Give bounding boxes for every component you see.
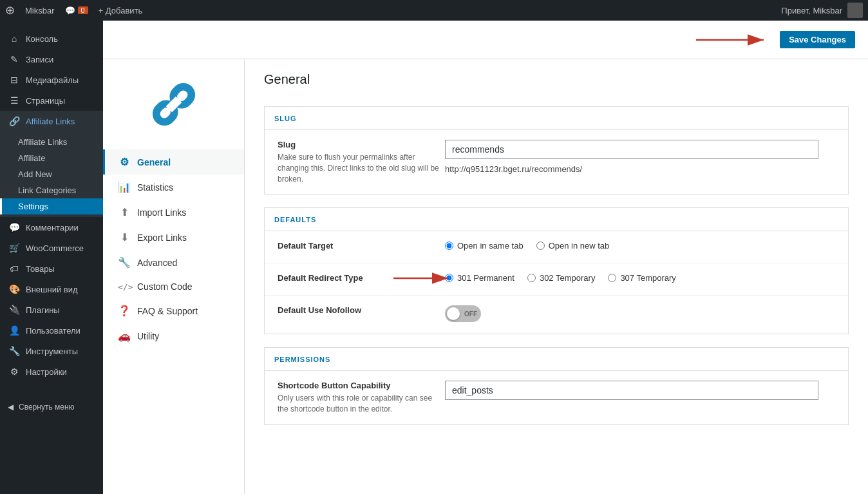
sidebar-item-woocommerce[interactable]: 🛒 WooCommerce <box>0 238 103 258</box>
plugin-nav-utility[interactable]: 🚗 Utility <box>103 323 244 348</box>
plugins-icon: 🔌 <box>8 305 21 315</box>
defaults-section-label: DEFAULTS <box>274 216 316 223</box>
sidebar-item-appearance[interactable]: 🎨 Внешний вид <box>0 279 103 299</box>
export-nav-icon: ⬇ <box>118 231 131 243</box>
sidebar-label-console: Консоль <box>26 34 58 44</box>
shortcode-capability-input[interactable] <box>445 381 818 400</box>
submenu-affiliate[interactable]: Affiliate <box>0 150 103 166</box>
target-new-tab-option[interactable]: Open in new tab <box>536 241 610 251</box>
affiliate-links-logo <box>142 72 206 137</box>
plugin-nav-advanced[interactable]: 🔧 Advanced <box>103 250 244 275</box>
slug-input[interactable] <box>445 140 818 159</box>
main-layout: ⌂ Консоль ✎ Записи ⊟ Медиафайлы ☰ Страни… <box>0 21 868 494</box>
settings-title: General <box>264 72 849 93</box>
default-redirect-control: 301 Permanent 302 Temporary 307 Temporar… <box>445 273 835 283</box>
plugin-nav-statistics[interactable]: 📊 Statistics <box>103 175 244 200</box>
nofollow-toggle-knob <box>447 307 460 320</box>
sidebar-item-users[interactable]: 👤 Пользователи <box>0 320 103 341</box>
sidebar-item-tools[interactable]: 🔧 Инструменты <box>0 341 103 361</box>
save-changes-button[interactable]: Save Changes <box>780 31 855 48</box>
shortcode-capability-label-col: Shortcode Button Capability Only users w… <box>278 381 445 415</box>
redirect-302-label: 302 Temporary <box>540 273 595 283</box>
redirect-302-option[interactable]: 302 Temporary <box>527 273 595 283</box>
sidebar: ⌂ Консоль ✎ Записи ⊟ Медиафайлы ☰ Страни… <box>0 21 103 494</box>
redirect-307-option[interactable]: 307 Temporary <box>608 273 675 283</box>
slug-section-header: SLUG <box>265 107 848 130</box>
admin-greeting: Привет, Miksbar <box>781 6 842 15</box>
sidebar-item-console[interactable]: ⌂ Консоль <box>0 28 103 49</box>
appearance-icon: 🎨 <box>8 284 21 294</box>
permissions-section-label: PERMISSIONS <box>274 356 330 363</box>
sidebar-collapse[interactable]: ◀ Свернуть меню <box>0 397 103 417</box>
svg-rect-4 <box>165 97 182 113</box>
sidebar-collapse-label: Свернуть меню <box>19 403 75 412</box>
submenu-settings[interactable]: Settings <box>0 198 103 214</box>
comments-nav-icon: 💬 <box>8 222 21 233</box>
redirect-302-radio[interactable] <box>527 274 536 282</box>
general-nav-icon: ⚙ <box>118 156 131 168</box>
sidebar-label-media: Медиафайлы <box>26 75 79 85</box>
default-target-label-col: Default Target <box>278 241 445 253</box>
sidebar-label-appearance: Внешний вид <box>26 285 78 294</box>
site-name-link[interactable]: Miksbar <box>25 6 55 15</box>
shortcode-capability-desc: Only users with this role or capability … <box>278 393 445 415</box>
target-same-radio[interactable] <box>445 242 453 250</box>
plugin-nav-utility-label: Utility <box>137 331 159 341</box>
collapse-icon: ◀ <box>8 403 14 412</box>
sidebar-label-products: Товары <box>26 264 55 274</box>
sidebar-label-settings: Настройки <box>26 367 67 377</box>
statistics-nav-icon: 📊 <box>118 181 131 193</box>
sidebar-item-plugins[interactable]: 🔌 Плагины <box>0 299 103 320</box>
sidebar-item-products[interactable]: 🏷 Товары <box>0 258 103 279</box>
default-nofollow-label-col: Default Use Nofollow <box>278 305 445 318</box>
sidebar-item-media[interactable]: ⊟ Медиафайлы <box>0 70 103 90</box>
settings-content: General SLUG Slug Make sure to flush you… <box>245 59 868 494</box>
submenu-link-categories[interactable]: Link Categories <box>0 182 103 198</box>
redirect-307-label: 307 Temporary <box>620 273 675 283</box>
sidebar-label-pages: Страницы <box>26 96 65 106</box>
sidebar-item-posts[interactable]: ✎ Записи <box>0 49 103 70</box>
utility-nav-icon: 🚗 <box>118 330 131 342</box>
nofollow-toggle[interactable]: OFF <box>445 305 481 322</box>
media-icon: ⊟ <box>8 75 21 85</box>
plugin-nav-general[interactable]: ⚙ General <box>103 149 244 175</box>
sidebar-item-settings[interactable]: ⚙ Настройки <box>0 361 103 382</box>
redirect-307-radio[interactable] <box>608 274 616 282</box>
target-new-radio[interactable] <box>536 242 545 250</box>
target-same-tab-option[interactable]: Open in same tab <box>445 241 524 251</box>
redirect-301-label: 301 Permanent <box>457 273 514 283</box>
plugin-nav-export[interactable]: ⬇ Export Links <box>103 225 244 250</box>
plugin-area: ⚙ General 📊 Statistics ⬆ Import Links ⬇ … <box>103 59 868 494</box>
plugin-nav-faq[interactable]: ❓ FAQ & Support <box>103 298 244 323</box>
plugin-nav-import-label: Import Links <box>137 207 186 218</box>
comments-link[interactable]: 💬 0 <box>65 6 88 15</box>
nofollow-toggle-track: OFF <box>445 305 481 322</box>
plugin-nav-faq-label: FAQ & Support <box>137 306 198 316</box>
submenu-affiliate-links[interactable]: Affiliate Links <box>0 134 103 150</box>
plugin-nav-custom-code[interactable]: </> Custom Code <box>103 275 244 298</box>
comment-icon: 💬 <box>65 6 75 15</box>
submenu-add-new[interactable]: Add New <box>0 166 103 182</box>
shortcode-capability-label: Shortcode Button Capability <box>278 381 445 390</box>
plugin-sidebar: ⚙ General 📊 Statistics ⬆ Import Links ⬇ … <box>103 59 245 494</box>
add-new-link[interactable]: + Добавить <box>99 6 143 15</box>
target-new-label: Open in new tab <box>549 241 610 251</box>
nofollow-toggle-label: OFF <box>464 310 477 318</box>
shortcode-capability-row: Shortcode Button Capability Only users w… <box>265 371 848 424</box>
plugin-logo <box>142 72 206 137</box>
comment-count: 0 <box>78 6 88 14</box>
default-nofollow-control: OFF <box>445 305 835 324</box>
defaults-section: DEFAULTS Default Target Open in same tab <box>264 207 849 334</box>
import-nav-icon: ⬆ <box>118 206 131 218</box>
sidebar-item-affiliate-links[interactable]: 🔗 Affiliate Links <box>0 111 103 131</box>
sidebar-item-pages[interactable]: ☰ Страницы <box>0 90 103 111</box>
slug-control: http://q951123r.bget.ru/recommends/ <box>445 140 835 174</box>
plugin-nav-statistics-label: Statistics <box>137 182 173 193</box>
sidebar-item-comments[interactable]: 💬 Комментарии <box>0 217 103 238</box>
main-content: Save Changes <box>103 21 868 494</box>
plugin-nav-import[interactable]: ⬆ Import Links <box>103 200 244 225</box>
default-target-row: Default Target Open in same tab Op <box>265 231 848 263</box>
affiliate-links-icon: 🔗 <box>8 116 21 126</box>
plugin-nav-custom-code-label: Custom Code <box>137 281 193 292</box>
users-icon: 👤 <box>8 325 21 336</box>
